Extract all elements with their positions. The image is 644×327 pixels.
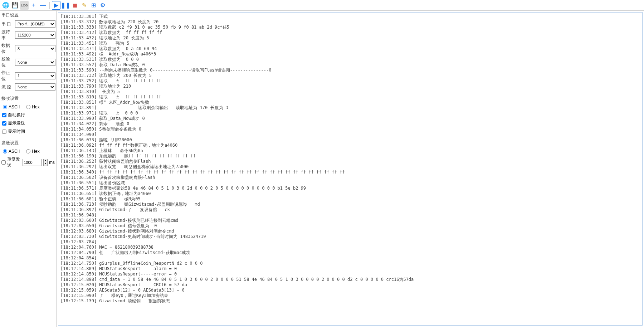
repeat-interval-input[interactable] xyxy=(23,159,42,166)
stopbits-label: 停止位 xyxy=(1,70,14,82)
port-label: 串 口 xyxy=(1,21,14,27)
toolbar: 🌐💾LOG＋—▶❚❚◼✎⊞⚙ xyxy=(0,0,644,11)
recv-ascii-radio[interactable]: ASCII xyxy=(3,104,20,109)
show-send-label: 显示发送 xyxy=(8,120,25,126)
spinner-down-icon[interactable]: ▼ xyxy=(44,162,47,166)
flow-row: 流 控 None xyxy=(0,83,56,91)
port-settings-header: 串口设置 xyxy=(0,11,56,20)
send-ascii-radio[interactable]: ASCII xyxy=(3,149,20,154)
stopbits-row: 停止位 1 xyxy=(0,69,56,83)
add-panel-icon[interactable]: ⊞ xyxy=(89,1,98,10)
send-hex-radio[interactable]: Hex xyxy=(26,149,39,154)
log-icon[interactable]: LOG xyxy=(20,1,29,10)
show-send-checkbox[interactable] xyxy=(2,121,6,126)
recv-ascii-label: ASCII xyxy=(9,104,20,109)
parity-select[interactable]: None xyxy=(15,59,55,66)
repeat-send-checkbox[interactable] xyxy=(1,160,6,165)
show-time-checkbox[interactable] xyxy=(2,130,6,134)
stopbits-select[interactable]: 1 xyxy=(15,72,55,79)
auto-wrap-row[interactable]: 自动换行 xyxy=(0,111,56,119)
pause-icon[interactable]: ❚❚ xyxy=(61,1,70,10)
stop-icon[interactable]: ◼ xyxy=(70,1,79,10)
recv-format-row: ASCII Hex xyxy=(0,103,56,111)
recv-hex-label: Hex xyxy=(32,104,39,109)
sidebar: 串口设置 串 口 Prolifi...(COM5) 波特率 115200 数据位… xyxy=(0,11,57,327)
repeat-unit-label: ms xyxy=(49,160,55,165)
send-ascii-label: ASCII xyxy=(9,149,20,154)
repeat-send-row: 重复发送 ▲ ▼ ms xyxy=(0,155,56,170)
repeat-spinner[interactable]: ▲ ▼ xyxy=(43,159,48,166)
parity-label: 校验位 xyxy=(1,56,14,68)
auto-wrap-checkbox[interactable] xyxy=(2,113,6,117)
flow-label: 流 控 xyxy=(1,84,14,90)
recv-header: 接收设置 xyxy=(0,94,56,103)
toolbar-separator xyxy=(49,2,50,9)
auto-wrap-label: 自动换行 xyxy=(8,112,25,118)
repeat-send-label: 重复发送 xyxy=(7,156,21,169)
send-format-row: ASCII Hex xyxy=(0,147,56,155)
recv-hex-radio[interactable]: Hex xyxy=(26,104,39,109)
databits-row: 数据位 8 xyxy=(0,42,56,55)
main-area: 串口设置 串 口 Prolifi...(COM5) 波特率 115200 数据位… xyxy=(0,11,644,327)
show-send-row[interactable]: 显示发送 xyxy=(0,119,56,127)
globe-icon[interactable]: 🌐 xyxy=(1,1,10,10)
baud-label: 波特率 xyxy=(1,29,14,41)
parity-row: 校验位 None xyxy=(0,55,56,69)
minus-icon[interactable]: — xyxy=(39,1,47,10)
spinner-up-icon[interactable]: ▲ xyxy=(44,159,47,162)
port-select[interactable]: Prolifi...(COM5) xyxy=(15,20,55,28)
plus-icon[interactable]: ＋ xyxy=(29,1,38,10)
flow-select[interactable]: None xyxy=(15,83,55,91)
show-time-row[interactable]: 显示时间 xyxy=(0,127,56,136)
gear-icon[interactable]: ⚙ xyxy=(98,1,107,10)
send-hex-label: Hex xyxy=(32,149,39,154)
port-row: 串 口 Prolifi...(COM5) xyxy=(0,20,56,28)
baud-select[interactable]: 115200 xyxy=(15,31,55,39)
log-output[interactable]: [18:11:33.301] 正式 [18:11:33.312] 数读取地址为 … xyxy=(58,12,643,326)
show-time-label: 显示时间 xyxy=(8,128,25,135)
databits-label: 数据位 xyxy=(1,43,14,55)
wand-icon[interactable]: ✎ xyxy=(80,1,88,10)
send-header: 发送设置 xyxy=(0,138,56,147)
save-icon[interactable]: 💾 xyxy=(11,1,19,10)
baud-row: 波特率 115200 xyxy=(0,28,56,42)
play-icon[interactable]: ▶ xyxy=(52,1,60,10)
databits-select[interactable]: 8 xyxy=(15,45,55,52)
